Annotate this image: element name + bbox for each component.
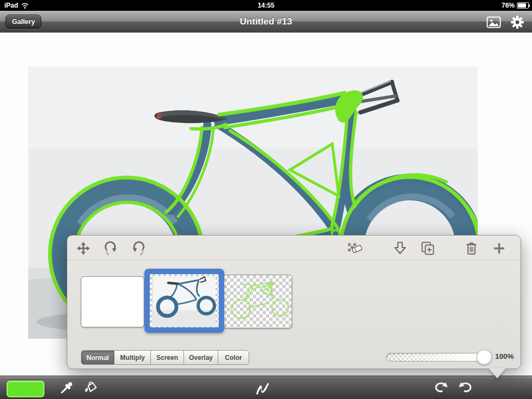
blend-mode-normal[interactable]: Normal [81, 350, 115, 365]
eyedropper-icon [59, 381, 73, 395]
move-icon [77, 242, 90, 255]
blend-mode-overlay[interactable]: Overlay [183, 350, 218, 365]
blend-mode-color[interactable]: Color [218, 350, 249, 365]
layer-thumbnail-2-selected[interactable] [144, 269, 224, 333]
merge-down-button[interactable] [392, 240, 408, 256]
app-root: iPad 14:55 76% Gallery Untitled #13 [0, 0, 532, 399]
merge-down-icon [394, 241, 407, 255]
battery-percent: 76% [502, 2, 515, 9]
eyedropper-button[interactable] [56, 378, 77, 398]
bottom-toolbar: 3 2 [0, 376, 532, 399]
fill-bucket-icon [83, 381, 99, 396]
duplicate-layer-icon [421, 241, 435, 256]
redo-icon [458, 381, 474, 395]
move-layer-button[interactable] [75, 240, 91, 256]
fill-bucket-button[interactable] [80, 378, 101, 398]
delete-layer-button[interactable] [463, 240, 479, 256]
layers-panel: Normal Multiply Screen Overlay Color 100… [67, 235, 521, 369]
rotate-cw-icon [103, 241, 118, 255]
blend-mode-screen[interactable]: Screen [150, 350, 184, 365]
battery-icon [517, 2, 529, 9]
photo-import-button[interactable] [485, 15, 502, 29]
duplicate-layer-button[interactable] [420, 240, 436, 256]
opacity-value: 100% [495, 352, 514, 360]
plus-icon [493, 242, 505, 255]
settings-button[interactable] [509, 15, 525, 29]
status-bar: iPad 14:55 76% [0, 0, 532, 11]
clear-layer-icon [347, 241, 364, 255]
trash-icon [465, 241, 478, 256]
color-swatch[interactable] [7, 381, 45, 397]
clear-layer-button[interactable] [347, 240, 364, 256]
layer-thumbnail-1[interactable] [81, 276, 144, 327]
photo-import-icon [486, 16, 501, 28]
title-bar: Gallery Untitled #13 [0, 11, 532, 33]
rotate-cw-button[interactable] [102, 240, 118, 256]
layer-2-preview [150, 274, 219, 327]
layer-2-bike-preview [150, 274, 219, 327]
opacity-slider-knob[interactable] [477, 350, 492, 365]
clock: 14:55 [0, 2, 532, 9]
marker-tool-button[interactable] [252, 378, 273, 398]
panel-divider [67, 260, 521, 261]
blend-mode-control: Normal Multiply Screen Overlay Color [81, 350, 249, 365]
marker-icon [254, 380, 271, 396]
layer-thumbnail-3[interactable] [223, 275, 292, 328]
undo-button[interactable] [430, 378, 451, 398]
layer-3-outline-preview [224, 275, 292, 328]
undo-icon [433, 381, 449, 395]
popover-arrow [489, 368, 506, 378]
rotate-ccw-icon [131, 241, 146, 255]
document-title: Untitled #13 [0, 16, 532, 27]
add-layer-button[interactable] [491, 240, 507, 256]
rotate-ccw-button[interactable] [130, 240, 147, 256]
opacity-slider-track[interactable] [386, 353, 489, 362]
redo-button[interactable] [455, 378, 476, 398]
blend-mode-multiply[interactable]: Multiply [114, 350, 151, 365]
settings-gear-icon [510, 15, 524, 29]
